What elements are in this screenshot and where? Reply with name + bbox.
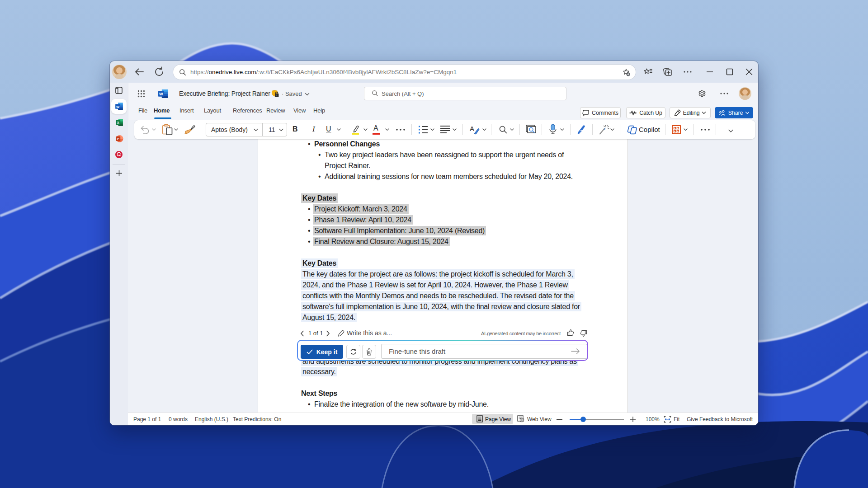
svg-text:P: P (117, 137, 119, 141)
svg-text:W: W (116, 105, 120, 109)
svg-text:X: X (117, 121, 119, 125)
svg-text:W: W (159, 92, 163, 96)
